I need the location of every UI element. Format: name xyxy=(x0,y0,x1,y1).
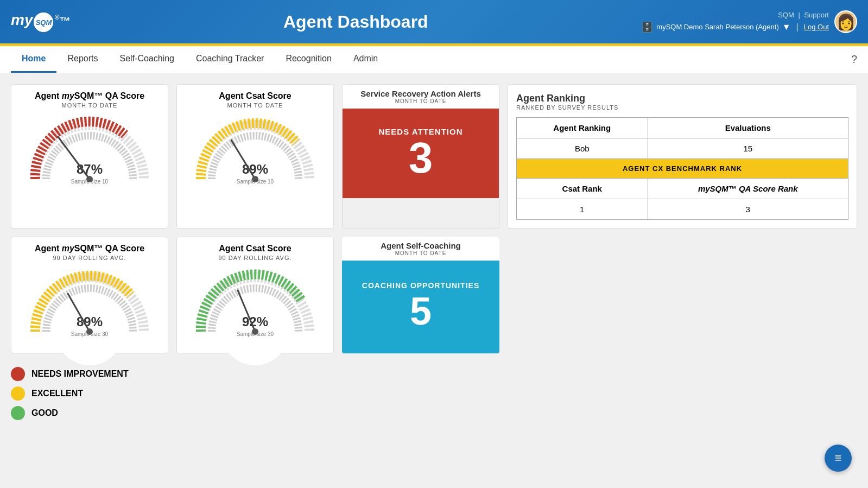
nav: Home Reports Self-Coaching Coaching Trac… xyxy=(0,46,868,73)
service-recovery-body: NEEDS ATTENTION 3 xyxy=(343,109,499,198)
ranking-table: Agent Ranking Evaluations Bob 15 AGENT C… xyxy=(516,117,848,220)
qa-score-mtd-subtitle: MONTH TO DATE xyxy=(18,102,161,109)
self-coaching-card: Agent Self-Coaching MONTH TO DATE COACHI… xyxy=(342,237,499,353)
qa-score-mtd-title: Agent mySQM™ QA Score xyxy=(18,91,161,101)
nav-coaching-tracker[interactable]: Coaching Tracker xyxy=(185,46,275,73)
qa-score-90-gauge: 89% Sample size 30 xyxy=(18,267,161,345)
svg-text:92%: 92% xyxy=(242,314,268,329)
header-right: SQM | Support 🗄️ mySQM Demo Sarah Peters… xyxy=(641,10,857,33)
qa-score-90-title: Agent mySQM™ QA Score xyxy=(18,244,161,253)
svg-point-5 xyxy=(86,176,93,182)
legend-good: GOOD xyxy=(11,406,857,420)
logo-text: mySQM®™ xyxy=(11,11,70,33)
legend-excellent: EXCELLENT xyxy=(11,386,857,401)
qa-score-90-subtitle: 90 DAY ROLLING AVG. xyxy=(18,255,161,261)
ranking-col-agent: Agent Ranking xyxy=(517,118,648,138)
nav-admin[interactable]: Admin xyxy=(343,46,389,73)
sqm-link[interactable]: SQM xyxy=(778,11,794,19)
chat-icon: ≡ xyxy=(835,451,842,465)
help-icon[interactable]: ? xyxy=(851,46,857,73)
benchmark-label: AGENT CX BENCHMARK RANK xyxy=(517,159,848,179)
ranking-title: Agent Ranking xyxy=(516,93,848,104)
needs-improvement-dot xyxy=(11,367,25,381)
ranking-row-bob: Bob 15 xyxy=(517,138,848,159)
qa-rank-header: mySQM™ QA Score Rank xyxy=(648,179,848,199)
csat-score-mtd-title: Agent Csat Score xyxy=(183,91,327,101)
logo-sqm-circle: SQM xyxy=(34,12,53,32)
ranking-card: Agent Ranking RANKED BY SURVEY RESULTS A… xyxy=(508,84,857,229)
qa-score-mtd-gauge: 87% Sample size 10 xyxy=(18,114,161,193)
logout-button[interactable]: Log Out xyxy=(804,23,829,31)
coaching-opportunities-number: 5 xyxy=(410,290,432,333)
benchmark-row: AGENT CX BENCHMARK RANK xyxy=(517,159,848,179)
coaching-opportunities-label: COACHING OPPORTUNITIES xyxy=(362,281,479,290)
service-recovery-number: 3 xyxy=(409,136,433,180)
service-recovery-subtitle: MONTH TO DATE xyxy=(348,98,493,104)
csat-score-mtd-subtitle: MONTH TO DATE xyxy=(183,102,327,109)
main-content: Agent mySQM™ QA Score MONTH TO DATE xyxy=(0,73,868,436)
csat-rank-header: Csat Rank xyxy=(517,179,648,199)
qa-score-mtd-card: Agent mySQM™ QA Score MONTH TO DATE xyxy=(11,84,168,229)
rank-scores-values: 1 3 xyxy=(517,199,848,220)
self-coaching-header: Agent Self-Coaching MONTH TO DATE xyxy=(342,237,499,261)
bottom-cards-row: Agent mySQM™ QA Score 90 DAY ROLLING AVG… xyxy=(11,237,857,353)
csat-score-90-title: Agent Csat Score xyxy=(183,244,327,253)
service-recovery-title: Service Recovery Action Alerts xyxy=(348,89,493,98)
nav-self-coaching[interactable]: Self-Coaching xyxy=(109,46,185,73)
header-top-links: SQM | Support xyxy=(778,11,829,19)
ranking-name-bob: Bob xyxy=(517,138,648,159)
nav-home[interactable]: Home xyxy=(11,46,56,73)
logo: mySQM®™ xyxy=(11,11,70,33)
spacer xyxy=(508,237,857,353)
page-title: Agent Dashboard xyxy=(70,12,641,32)
legend: NEEDS IMPROVEMENT EXCELLENT GOOD xyxy=(11,362,857,426)
csat-score-mtd-card: Agent Csat Score MONTH TO DATE 89% Sampl… xyxy=(176,84,334,229)
csat-rank-value: 1 xyxy=(517,199,648,220)
ranking-subtitle: RANKED BY SURVEY RESULTS xyxy=(516,104,848,111)
csat-score-90-gauge: 92% Sample size 30 xyxy=(183,267,327,345)
support-link[interactable]: Support xyxy=(804,11,829,19)
csat-score-90-card: Agent Csat Score 90 DAY ROLLING AVG. 92%… xyxy=(176,237,334,353)
top-cards-row: Agent mySQM™ QA Score MONTH TO DATE xyxy=(11,84,857,229)
avatar: 👩 xyxy=(834,10,857,33)
self-coaching-subtitle: MONTH TO DATE xyxy=(347,250,494,256)
rank-scores-header: Csat Rank mySQM™ QA Score Rank xyxy=(517,179,848,199)
legend-needs-improvement: NEEDS IMPROVEMENT xyxy=(11,367,857,381)
good-label: GOOD xyxy=(31,408,58,418)
nav-recognition[interactable]: Recognition xyxy=(275,46,343,73)
ranking-col-evals: Evaluations xyxy=(648,118,848,138)
ranking-evals-bob: 15 xyxy=(648,138,848,159)
excellent-label: EXCELLENT xyxy=(31,389,83,398)
csat-score-mtd-gauge: 89% Sample size 10 xyxy=(183,114,327,193)
service-recovery-card: Service Recovery Action Alerts MONTH TO … xyxy=(342,84,499,229)
qa-rank-value: 3 xyxy=(648,199,848,220)
good-dot xyxy=(11,406,25,420)
needs-improvement-label: NEEDS IMPROVEMENT xyxy=(31,369,129,379)
excellent-dot xyxy=(11,386,25,401)
header: mySQM®™ Agent Dashboard SQM | Support 🗄️… xyxy=(0,0,868,43)
self-coaching-title: Agent Self-Coaching xyxy=(347,241,494,250)
svg-point-17 xyxy=(86,328,93,335)
svg-text:87%: 87% xyxy=(77,162,103,176)
chat-button[interactable]: ≡ xyxy=(825,445,852,472)
svg-point-11 xyxy=(252,176,258,182)
self-coaching-body: COACHING OPPORTUNITIES 5 xyxy=(342,261,499,353)
user-dropdown-icon[interactable]: ▼ xyxy=(782,22,791,32)
nav-reports[interactable]: Reports xyxy=(56,46,109,73)
qa-score-90-card: Agent mySQM™ QA Score 90 DAY ROLLING AVG… xyxy=(11,237,168,353)
user-name[interactable]: mySQM Demo Sarah Peterson (Agent) xyxy=(656,23,778,31)
csat-score-90-subtitle: 90 DAY ROLLING AVG. xyxy=(183,255,327,261)
svg-point-23 xyxy=(252,328,258,335)
